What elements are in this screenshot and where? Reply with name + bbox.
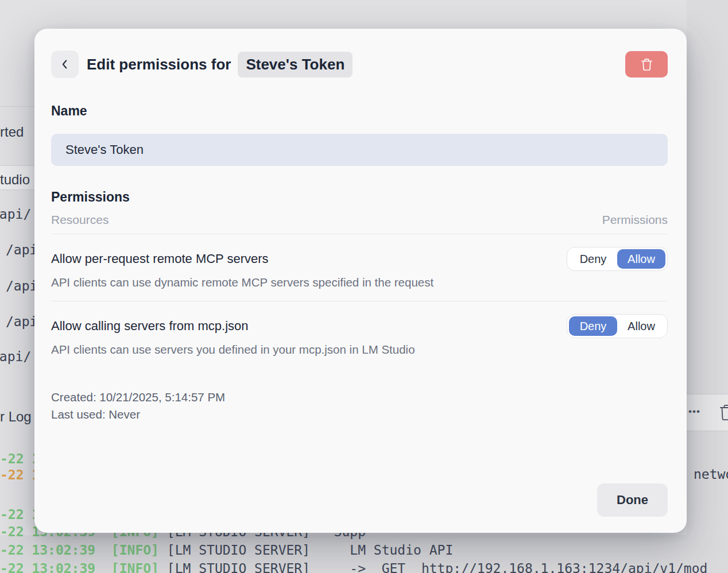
trash-icon	[641, 58, 653, 71]
edit-permissions-dialog: Edit permissions for Steve's Token Name …	[34, 29, 687, 533]
log-line: -22 13:02:39 [INFO] [LM STUDIO SERVER] -…	[0, 561, 707, 573]
permission-row-mcp-json: Allow calling servers from mcp.json Deny…	[51, 301, 668, 368]
permissions-column-headers: Resources Permissions	[51, 213, 668, 227]
created-timestamp: Created: 10/21/2025, 5:14:57 PM	[51, 389, 668, 406]
permission-title: Allow per-request remote MCP servers	[51, 251, 269, 266]
allow-button[interactable]: Allow	[617, 316, 665, 336]
token-name-chip: Steve's Token	[238, 52, 353, 78]
deny-allow-toggle: Deny Allow	[567, 247, 668, 271]
endpoint-list-item: /api	[6, 278, 37, 293]
done-button[interactable]: Done	[597, 483, 668, 517]
endpoint-list-item: /api/	[0, 207, 31, 222]
network-flag-fragment: netwo	[694, 467, 728, 482]
permissions-column-label: Permissions	[602, 213, 668, 227]
back-button[interactable]	[51, 51, 79, 78]
dialog-header: Edit permissions for Steve's Token	[51, 51, 668, 78]
right-panel-edge: ••• netwo	[687, 0, 728, 537]
resources-column-label: Resources	[51, 213, 109, 227]
deny-allow-toggle: Deny Allow	[567, 314, 668, 338]
endpoint-list-item: /api/	[0, 349, 31, 364]
delete-token-button[interactable]	[625, 51, 668, 78]
permission-description: API clients can use servers you defined …	[51, 343, 668, 357]
background-heading-fragment: rted	[0, 124, 24, 140]
log-line: -22 13:02:39 [INFO] [LM STUDIO SERVER] L…	[0, 543, 453, 557]
deny-button[interactable]: Deny	[569, 249, 617, 269]
chevron-left-icon	[59, 58, 71, 71]
deny-button[interactable]: Deny	[569, 316, 617, 336]
endpoint-list-item: /api	[6, 314, 37, 329]
endpoint-list-item: /api	[6, 242, 37, 257]
token-name-input[interactable]	[51, 134, 668, 166]
name-label: Name	[51, 103, 668, 119]
dialog-title-prefix: Edit permissions for	[87, 56, 231, 73]
trash-icon[interactable]	[719, 404, 728, 423]
dialog-title: Edit permissions for Steve's Token	[87, 52, 353, 78]
permission-title: Allow calling servers from mcp.json	[51, 319, 249, 334]
token-metadata: Created: 10/21/2025, 5:14:57 PM Last use…	[51, 389, 668, 423]
background-tab-fragment: tudio	[0, 172, 30, 188]
last-used-text: Last used: Never	[51, 406, 668, 423]
server-logs-header-fragment: r Log	[0, 409, 32, 425]
permission-row-remote-mcp: Allow per-request remote MCP servers Den…	[51, 234, 668, 301]
permissions-heading: Permissions	[51, 189, 668, 205]
permission-description: API clients can use dynamic remote MCP s…	[51, 276, 668, 289]
more-options-icon[interactable]: •••	[688, 406, 700, 417]
toolbar-row-fragment: •••	[687, 394, 728, 431]
allow-button[interactable]: Allow	[617, 249, 665, 269]
